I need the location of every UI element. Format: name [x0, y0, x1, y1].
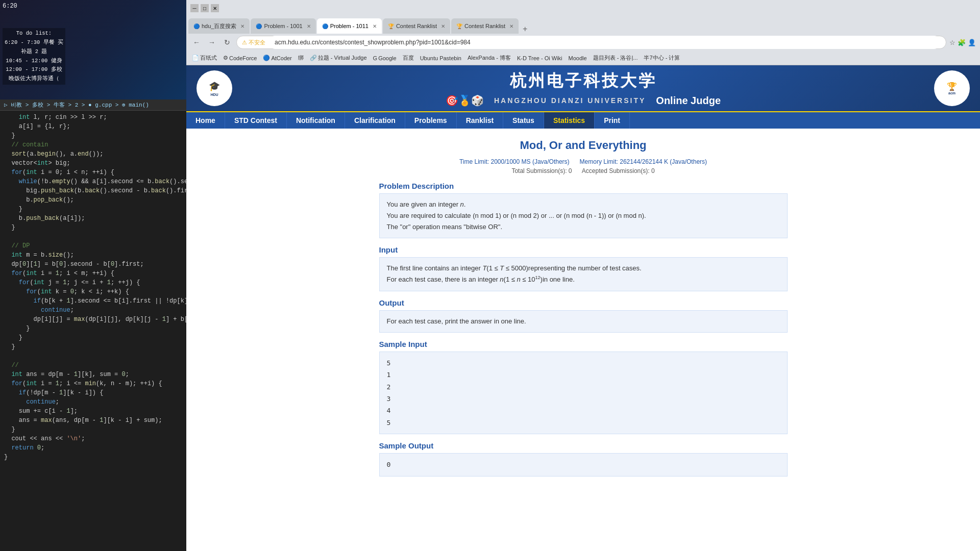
bookmark-bind[interactable]: 绑: [297, 54, 305, 62]
extensions-button[interactable]: 🧩: [958, 39, 966, 46]
forward-button[interactable]: →: [206, 36, 218, 48]
todo-item-2: 补题 2 题: [5, 47, 63, 57]
total-submissions: Total Submission(s): 0: [511, 167, 572, 174]
bookmarks-bar: 📄 百纸式 ⚙ CodeForce 🔵 AtCoder 绑 🔗 拉题 - Vir…: [186, 51, 980, 65]
code-line: dp[i][j] = max(dp[i][j], dp[k][j - 1] + …: [4, 315, 182, 324]
nav-notification[interactable]: Notification: [287, 112, 345, 129]
bookmark-ubuntu-pastebin[interactable]: Ubuntu Pastebin: [419, 55, 463, 61]
nav-std-contest[interactable]: STD Contest: [225, 112, 287, 129]
bookmark-label: 半7中心 - 计算: [644, 54, 680, 62]
security-warning: ⚠ 不安全: [242, 39, 265, 46]
todo-item-3: 10:45 - 12:00 健身: [5, 57, 63, 66]
nav-bar: Home STD Contest Notification Clarificat…: [186, 111, 980, 129]
screen-capture-area: 6:20 To do list: 6:20 - 7:30 早餐 买 补题 2 题…: [0, 0, 186, 99]
nav-statistics[interactable]: Statistics: [544, 112, 595, 129]
bookmark-label: 绑: [298, 54, 304, 62]
nav-status[interactable]: Status: [503, 112, 544, 129]
code-line: }: [4, 205, 182, 214]
back-button[interactable]: ←: [190, 36, 203, 48]
tab-label-1: hdu_百度搜索: [202, 22, 236, 30]
problem-meta-time: Time Limit: 2000/1000 MS (Java/Others) M…: [379, 158, 788, 165]
window-controls[interactable]: ─ □ ✕: [190, 4, 219, 12]
bookmark-star-button[interactable]: ☆: [949, 39, 955, 46]
tab-ranklist-2[interactable]: 🏆 Contest Ranklist ✕: [451, 18, 519, 34]
hdu-oj-label: Online Judge: [656, 95, 721, 107]
todo-item-1: 6:20 - 7:30 早餐 买: [5, 38, 63, 47]
tab-close-1[interactable]: ✕: [240, 23, 244, 29]
tab-favicon-1: 🔵: [193, 23, 200, 29]
tab-close-3[interactable]: ✕: [373, 23, 377, 29]
bookmark-label: K-D Tree - Oi Wiki: [517, 55, 562, 61]
nav-problems[interactable]: Problems: [405, 112, 457, 129]
bookmark-google[interactable]: G Google: [372, 55, 398, 61]
code-line: sort(a.begin(), a.end());: [4, 149, 182, 159]
section-title-output: Output: [379, 298, 788, 307]
close-button[interactable]: ✕: [211, 4, 219, 12]
code-line: while(!b.empty() && a[i].second <= b.bac…: [4, 177, 182, 186]
code-line: }: [4, 342, 182, 352]
sample-input-line-5: 5: [387, 417, 780, 429]
bookmark-baidu[interactable]: 百度: [401, 54, 415, 62]
code-line: // DP: [4, 241, 182, 251]
desc-line-2: You are required to calculate (n mod 1) …: [387, 210, 780, 221]
bookmark-virtual-judge[interactable]: 🔗 拉题 - Virtual Judge: [308, 54, 369, 62]
code-editor[interactable]: int l, r; cin >> l >> r; a[i] = {l, r}; …: [0, 111, 186, 551]
minimize-button[interactable]: ─: [190, 4, 199, 12]
tab-close-4[interactable]: ✕: [441, 23, 445, 29]
titlebar: ─ □ ✕: [186, 0, 980, 16]
problem-area: Mod, Or and Everything Time Limit: 2000/…: [374, 129, 793, 487]
bookmark-atcoder[interactable]: 🔵 AtCoder: [261, 55, 293, 61]
tab-ranklist-1[interactable]: 🏆 Contest Ranklist ✕: [383, 18, 450, 34]
bookmark-label: 百纸式: [200, 54, 217, 62]
bookmark-luogu[interactable]: 题目列表 - 洛谷|...: [592, 54, 640, 62]
acm-label: acm: [947, 91, 957, 95]
bookmark-codeforce[interactable]: ⚙ CodeForce: [222, 55, 258, 61]
code-line: for(int j = 1; j <= i + 1; ++j) {: [4, 278, 182, 287]
reload-button[interactable]: ↻: [221, 36, 233, 48]
desc-line-1: You are given an integer n.: [387, 199, 780, 210]
tab-label-3: Problem - 1011: [330, 23, 369, 29]
nav-clarification[interactable]: Clarification: [345, 112, 405, 129]
nav-ranklist[interactable]: Ranklist: [457, 112, 503, 129]
code-line: int ans = dp[m - 1][k], sum = 0;: [4, 370, 182, 379]
profile-button[interactable]: 👤: [968, 39, 976, 46]
code-line: }: [4, 131, 182, 140]
page-content[interactable]: 🎓 HDU 杭州电子科技大学 🎯🏅🎲 HANGZHOU DIANZI UNIVE…: [186, 65, 980, 551]
tab-favicon-3: 🔵: [322, 23, 328, 29]
hdu-logo-right: 🏆 acm: [934, 70, 970, 106]
code-line: sum += c[i - 1];: [4, 407, 182, 416]
tab-problem-1001[interactable]: 🔵 Problem - 1001 ✕: [251, 18, 315, 34]
tab-label-5: Contest Ranklist: [464, 23, 505, 29]
tab-hdu-search[interactable]: 🔵 hdu_百度搜索 ✕: [188, 18, 250, 34]
bookmark-alexpanda[interactable]: AlexPanda - 博客: [466, 54, 512, 62]
todo-item-4: 12:00 - 17:00 多校: [5, 65, 63, 74]
bookmark-moodle[interactable]: Moodle: [567, 55, 589, 61]
code-line: for(int i = 0; i < n; ++i) {: [4, 168, 182, 177]
code-line: int l, r; cin >> l >> r;: [4, 113, 182, 122]
new-tab-button[interactable]: +: [520, 24, 530, 34]
tab-close-2[interactable]: ✕: [307, 23, 311, 29]
code-breadcrumb: ▷ 비教 > 多校 > 牛客 > 2 > ● g.cpp > ⊕ main(): [0, 99, 186, 111]
nav-print[interactable]: Print: [595, 112, 630, 129]
section-box-description: You are given an integer n. You are requ…: [379, 193, 788, 238]
nav-home[interactable]: Home: [186, 112, 225, 129]
code-line: vector<int> big;: [4, 159, 182, 168]
bookmark-icon: 📄: [192, 55, 199, 61]
code-line: int m = b.size();: [4, 251, 182, 260]
maximize-button[interactable]: □: [201, 4, 209, 12]
code-line: for(int i = 1; i <= min(k, n - m); ++i) …: [4, 379, 182, 388]
code-line: [4, 352, 182, 361]
problem-title: Mod, Or and Everything: [379, 139, 788, 152]
bookmark-semicenter[interactable]: 半7中心 - 计算: [642, 54, 681, 62]
bookmark-icon: G: [373, 55, 378, 61]
tab-label-4: Contest Ranklist: [396, 23, 437, 29]
clock-display: 6:20: [3, 3, 17, 10]
bookmark-kdtree[interactable]: K-D Tree - Oi Wiki: [516, 55, 564, 61]
address-input[interactable]: [268, 36, 941, 49]
bookmark-item[interactable]: 📄 百纸式: [190, 54, 218, 62]
bookmark-label: CodeForce: [229, 55, 257, 61]
tab-problem-1011[interactable]: 🔵 Problem - 1011 ✕: [317, 18, 382, 34]
tab-close-5[interactable]: ✕: [509, 23, 513, 29]
code-line: // contain: [4, 140, 182, 149]
section-title-sample-output: Sample Output: [379, 441, 788, 450]
